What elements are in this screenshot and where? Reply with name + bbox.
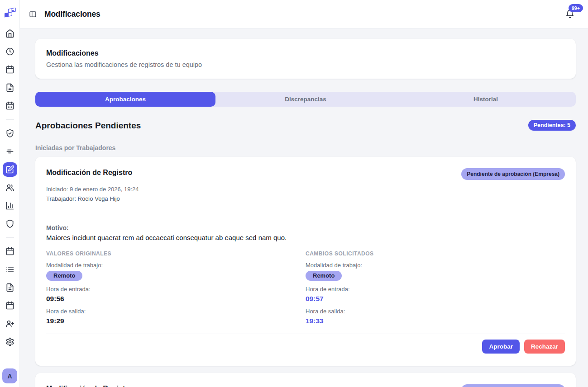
panel-left-icon (29, 10, 37, 18)
section-title: Aprobaciones Pendientes (35, 120, 141, 131)
sidebar-item-verification[interactable] (0, 124, 20, 142)
sidebar-item-files[interactable] (0, 278, 20, 297)
sidebar-divider (6, 119, 14, 120)
main-area: Modificaciones 99+ Modificaciones Gestio… (20, 0, 588, 387)
sidebar-item-planning[interactable] (0, 242, 20, 260)
file-icon (5, 83, 14, 92)
sidebar-item-filters[interactable] (0, 142, 20, 160)
worker-text: Trabajador: Rocío Vega Hijo (46, 195, 565, 203)
exit-time-label: Hora de salida: (46, 308, 306, 315)
sidebar-item-home[interactable] (0, 24, 20, 42)
started-text: Iniciado: 9 de enero de 2026, 19:24 (46, 185, 565, 193)
clock-icon (5, 47, 14, 56)
sidebar-divider (6, 237, 14, 238)
sidebar-item-schedule[interactable] (0, 97, 20, 115)
top-bar: Modificaciones 99+ (20, 0, 588, 28)
status-badge: Pendiente de aprobación (Empresa) (461, 168, 565, 180)
entry-time-label: Hora de entrada: (46, 286, 306, 293)
calendar-icon (5, 301, 14, 310)
user-avatar[interactable]: A (2, 368, 17, 383)
approval-card: Modificación de Registro Pendiente de ap… (35, 157, 576, 366)
values-grid: VALORES ORIGINALES Modalidad de trabajo:… (46, 250, 565, 325)
file-icon (5, 283, 14, 292)
card-actions: Aprobar Rechazar (46, 340, 565, 354)
exit-time-value: 19:29 (46, 317, 306, 325)
app-logo[interactable] (4, 4, 16, 24)
page-title: Modificaciones (44, 9, 100, 19)
users-icon (5, 183, 14, 192)
tab-historial[interactable]: Historial (396, 92, 576, 107)
active-indicator (3, 162, 17, 177)
section-header: Aprobaciones Pendientes Pendientes: 5 (35, 120, 576, 131)
exit-time-label: Hora de salida: (306, 308, 565, 315)
original-values-heading: VALORES ORIGINALES (46, 250, 306, 257)
sidebar-toggle-button[interactable] (29, 10, 37, 18)
intro-card: Modificaciones Gestiona las modificacion… (35, 39, 576, 79)
sidebar-item-add-user[interactable] (0, 315, 20, 333)
list-icon (5, 265, 14, 274)
reject-button[interactable]: Rechazar (524, 340, 565, 354)
entry-time-value-changed: 09:57 (306, 295, 565, 303)
sidebar-item-time[interactable] (0, 42, 20, 61)
sidebar-item-security[interactable] (0, 215, 20, 233)
tab-discrepancias[interactable]: Discrepancias (215, 92, 396, 107)
sidebar-item-calendar[interactable] (0, 61, 20, 79)
status-badge: Pendiente de aprobación (Empresa) (461, 384, 565, 387)
sidebar-item-documents[interactable] (0, 79, 20, 97)
user-plus-icon (5, 319, 14, 328)
section-subtitle: Iniciadas por Trabajadores (35, 144, 576, 152)
exit-time-value-changed: 19:33 (306, 317, 565, 325)
approval-card: Modificación de Registro Pendiente de ap… (35, 373, 576, 387)
sidebar-item-settings[interactable] (0, 333, 20, 351)
sidebar-item-reports[interactable] (0, 197, 20, 215)
original-values-column: VALORES ORIGINALES Modalidad de trabajo:… (46, 250, 306, 325)
motive-label: Motivo: (46, 225, 565, 231)
tab-aprobaciones[interactable]: Aprobaciones (35, 92, 215, 107)
filter-lines-icon (5, 147, 14, 156)
intro-title: Modificaciones (46, 49, 565, 58)
approve-button[interactable]: Aprobar (482, 340, 520, 354)
motive-text: Maiores incidunt quaerat rem ad occaecat… (46, 233, 565, 242)
modality-badge: Remoto (306, 271, 342, 281)
intro-subtitle: Gestiona las modificaciones de registros… (46, 61, 565, 69)
modality-badge: Remoto (46, 271, 82, 281)
sidebar-item-team[interactable] (0, 179, 20, 197)
gear-icon (5, 337, 14, 346)
modality-label: Modalidad de trabajo: (306, 262, 565, 269)
home-icon (5, 29, 14, 38)
notifications-button[interactable]: 99+ (565, 9, 574, 19)
shield-check-icon (5, 129, 14, 138)
requested-changes-column: CAMBIOS SOLICITADOS Modalidad de trabajo… (306, 250, 565, 325)
logo-icon (4, 8, 16, 20)
tab-bar: Aprobaciones Discrepancias Historial (35, 92, 576, 107)
calendar-days-icon (5, 101, 14, 110)
calendar-icon (5, 65, 14, 74)
sidebar-item-modifications[interactable] (0, 160, 20, 179)
bar-chart-icon (5, 201, 14, 210)
entry-time-label: Hora de entrada: (306, 286, 565, 293)
page-content: Modificaciones Gestiona las modificacion… (20, 28, 588, 387)
pending-count-badge: Pendientes: 5 (528, 120, 576, 131)
requested-changes-heading: CAMBIOS SOLICITADOS (306, 250, 565, 257)
card-header: Modificación de Registro Pendiente de ap… (46, 384, 565, 387)
notification-badge: 99+ (569, 4, 583, 12)
calendar-icon (5, 247, 14, 256)
modality-label: Modalidad de trabajo: (46, 262, 306, 269)
sidebar-item-events[interactable] (0, 297, 20, 315)
card-divider (46, 334, 565, 334)
edit-icon (5, 165, 14, 174)
shield-icon (5, 219, 14, 228)
card-title: Modificación de Registro (46, 168, 132, 177)
card-header: Modificación de Registro Pendiente de ap… (46, 168, 565, 180)
sidebar: A (0, 0, 20, 387)
sidebar-item-lists[interactable] (0, 260, 20, 278)
entry-time-value: 09:56 (46, 295, 306, 303)
card-title: Modificación de Registro (46, 384, 132, 387)
